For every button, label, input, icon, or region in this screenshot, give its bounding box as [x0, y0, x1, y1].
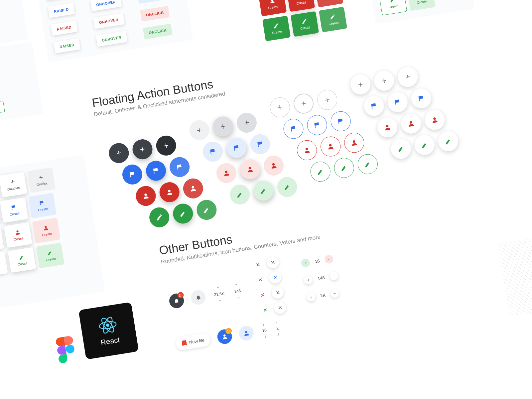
fab-plus-lg2[interactable] — [211, 115, 234, 138]
minus-icon-btn[interactable]: − — [329, 271, 339, 281]
card-btn-create-wb2[interactable]: Create — [0, 197, 28, 223]
minus-icon-btn[interactable]: − — [330, 288, 340, 298]
card-btn-onhover-w[interactable]: Onhover — [0, 172, 27, 198]
card-btn-create-wr1[interactable]: Create — [0, 227, 4, 252]
card-btn-create-wg2[interactable]: Create — [8, 247, 36, 273]
chevron-down-icon[interactable]: ⌄ — [236, 294, 241, 300]
fab-pencil-g2[interactable] — [172, 202, 195, 225]
fab-person-or3[interactable] — [343, 131, 366, 154]
close-icon-btn-raised-red[interactable]: ✕ — [271, 286, 285, 299]
close-icon-btn-blue[interactable]: ✕ — [253, 273, 267, 287]
fab-flag-b1[interactable] — [121, 163, 144, 186]
fab-plus-o3[interactable] — [316, 88, 339, 111]
avatar-light[interactable] — [238, 325, 255, 341]
fab-flag-wb1[interactable] — [362, 94, 385, 117]
close-icon-btn-raised-grey[interactable]: ✕ — [266, 255, 280, 269]
fab-flag-wb3[interactable] — [410, 87, 433, 110]
fab-pencil-og2[interactable] — [332, 157, 355, 180]
fab-flag-ob1[interactable] — [282, 117, 305, 140]
fab-person-r3[interactable] — [182, 177, 205, 200]
card-btn-create-wr2[interactable]: Create — [4, 222, 32, 248]
fab-plus-dark1[interactable] — [107, 142, 130, 165]
fab-person-wr1[interactable] — [376, 116, 399, 139]
button-onclick-lt-blue[interactable]: ONCLICK — [137, 0, 167, 4]
fab-flag-b3[interactable] — [168, 156, 191, 179]
fab-person-lr3[interactable] — [262, 154, 285, 177]
close-icon-btn-grey[interactable]: ✕ — [251, 258, 265, 272]
fab-flag-lb3[interactable] — [249, 133, 272, 156]
chevron-down-icon[interactable]: ⌄ — [218, 297, 222, 303]
button-raised-green[interactable]: RAISED — [54, 38, 80, 54]
fab-person-or1[interactable] — [296, 139, 319, 162]
close-icon-btn-green[interactable]: ✕ — [258, 303, 272, 317]
close-icon-btn-red[interactable]: ✕ — [256, 288, 269, 302]
fab-plus-w1[interactable] — [349, 73, 372, 96]
fab-pencil-og1[interactable] — [309, 160, 332, 183]
fab-pencil-lg3[interactable] — [276, 176, 299, 199]
button-raised-blue[interactable]: RAISED — [48, 3, 75, 18]
fab-pencil-wg3[interactable] — [437, 130, 460, 153]
notification-bell-dark[interactable]: 16 — [168, 293, 185, 309]
button-onclick-lt-red[interactable]: ONCLICK — [140, 6, 170, 22]
plus-icon-btn[interactable]: + — [304, 275, 314, 285]
card-btn-create-red1[interactable]: Create — [258, 0, 287, 16]
button-raised-red[interactable]: RAISED — [51, 21, 77, 36]
fab-person-r2[interactable] — [158, 181, 181, 204]
button-onhover-raised-red[interactable]: ONHOVER — [93, 13, 124, 29]
fab-pencil-og3[interactable] — [356, 153, 379, 176]
arrow-up-icon[interactable]: ↑ — [262, 322, 265, 328]
fab-person-lr1[interactable] — [215, 162, 238, 185]
close-icon-btn-raised-blue[interactable]: ✕ — [269, 271, 282, 284]
fab-plus-dark3[interactable] — [155, 134, 178, 157]
card-btn-create-wr3[interactable]: Create — [32, 218, 61, 243]
card-btn-create-og2[interactable]: Create — [407, 0, 435, 11]
fab-plus-lg3[interactable] — [235, 111, 258, 134]
fab-plus-w2[interactable] — [373, 69, 396, 92]
button-onclick-lt-green[interactable]: ONCLICK — [143, 24, 173, 39]
card-btn-create-green3[interactable]: Create — [319, 7, 347, 32]
fab-flag-ob3[interactable] — [329, 110, 352, 133]
card-btn-create-wg1[interactable]: Create — [0, 252, 8, 277]
fab-flag-lb1[interactable] — [201, 140, 224, 163]
card-btn-create-wb3[interactable]: Create — [28, 193, 57, 218]
minus-icon-btn[interactable]: − — [324, 254, 334, 264]
plus-icon-btn[interactable]: + — [306, 292, 316, 302]
fab-person-or2[interactable] — [319, 135, 342, 158]
arrow-up-icon[interactable]: ↑ — [275, 320, 278, 326]
fab-flag-wb2[interactable] — [386, 91, 409, 114]
chevron-up-icon[interactable]: ⌃ — [216, 286, 220, 292]
fab-person-wr3[interactable] — [423, 108, 446, 131]
fab-flag-lb2[interactable] — [225, 137, 248, 160]
fab-pencil-g3[interactable] — [195, 199, 218, 221]
fab-person-lr2[interactable] — [239, 158, 262, 181]
chevron-up-icon[interactable]: ⌃ — [234, 283, 239, 289]
fab-plus-o1[interactable] — [269, 96, 292, 119]
fab-pencil-g1[interactable] — [148, 206, 171, 229]
fab-pencil-wg2[interactable] — [413, 134, 436, 157]
button-onhover-raised-green[interactable]: ONHOVER — [96, 31, 127, 47]
arrow-down-icon[interactable]: ↓ — [264, 333, 267, 339]
fab-pencil-lg1[interactable] — [228, 183, 251, 206]
fab-pencil-lg2[interactable] — [252, 179, 275, 202]
notification-bell-light[interactable] — [190, 289, 206, 306]
fab-person-wr2[interactable] — [400, 112, 423, 135]
fab-flag-b2[interactable] — [145, 159, 168, 182]
fab-person-r1[interactable] — [134, 185, 157, 207]
button-onhover-raised-blue[interactable]: ONHOVER — [90, 0, 122, 11]
close-icon-btn-raised-green[interactable]: ✕ — [273, 301, 287, 315]
avatar-blue[interactable]: 16 — [216, 328, 233, 345]
fab-flag-ob2[interactable] — [306, 114, 329, 137]
button-raised-grey[interactable]: RAISED — [45, 0, 72, 0]
fab-plus-lg1[interactable] — [188, 119, 211, 142]
fab-plus-dark2[interactable] — [131, 138, 154, 161]
plus-icon-btn[interactable]: + — [301, 258, 311, 268]
fab-plus-w3[interactable] — [396, 66, 419, 88]
arrow-down-icon[interactable]: ↓ — [277, 331, 280, 337]
card-btn-create-green2[interactable]: Create — [291, 11, 319, 37]
button-onclick-green-ol[interactable]: ONCLICK — [0, 101, 5, 116]
new-file-button[interactable]: New file — [175, 332, 211, 351]
card-btn-create-og1[interactable]: Create — [379, 0, 407, 15]
card-btn-create-wg3[interactable]: Create — [36, 243, 64, 268]
card-btn-create-green1[interactable]: Create — [262, 16, 291, 41]
card-btn-onclick-w[interactable]: Onclick — [27, 167, 56, 193]
